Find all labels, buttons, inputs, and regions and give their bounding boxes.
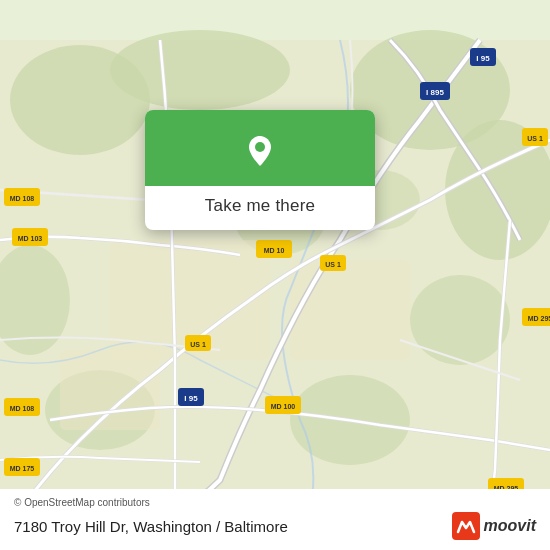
svg-text:US 1: US 1 [527, 135, 543, 142]
take-me-there-button[interactable]: Take me there [205, 196, 315, 216]
location-pin-icon [238, 128, 282, 172]
attribution-text: © OpenStreetMap contributors [14, 497, 536, 508]
svg-rect-12 [290, 260, 410, 360]
svg-text:MD 108: MD 108 [10, 405, 35, 412]
svg-text:US 1: US 1 [325, 261, 341, 268]
moovit-brand-text: moovit [484, 517, 536, 535]
svg-point-5 [410, 275, 510, 365]
svg-text:MD 295: MD 295 [528, 315, 550, 322]
svg-point-43 [255, 142, 265, 152]
moovit-logo: moovit [452, 512, 536, 540]
map-background: I 95 I 895 US 1 US 1 US 1 MD 103 MD 108 … [0, 0, 550, 550]
popup-card-header [145, 110, 375, 186]
svg-text:MD 175: MD 175 [10, 465, 35, 472]
popup-card-body: Take me there [145, 186, 375, 230]
svg-text:I 95: I 95 [184, 394, 198, 403]
moovit-icon [452, 512, 480, 540]
svg-point-2 [110, 30, 290, 110]
svg-text:I 895: I 895 [426, 88, 444, 97]
popup-pointer [250, 229, 270, 230]
svg-text:US 1: US 1 [190, 341, 206, 348]
svg-text:I 95: I 95 [476, 54, 490, 63]
map-container: I 95 I 895 US 1 US 1 US 1 MD 103 MD 108 … [0, 0, 550, 550]
popup-card: Take me there [145, 110, 375, 230]
address-row: 7180 Troy Hill Dr, Washington / Baltimor… [14, 512, 536, 540]
bottom-bar: © OpenStreetMap contributors 7180 Troy H… [0, 489, 550, 550]
svg-text:MD 103: MD 103 [18, 235, 43, 242]
svg-text:MD 10: MD 10 [264, 247, 285, 254]
address-text: 7180 Troy Hill Dr, Washington / Baltimor… [14, 518, 288, 535]
svg-text:MD 108: MD 108 [10, 195, 35, 202]
svg-text:MD 100: MD 100 [271, 403, 296, 410]
